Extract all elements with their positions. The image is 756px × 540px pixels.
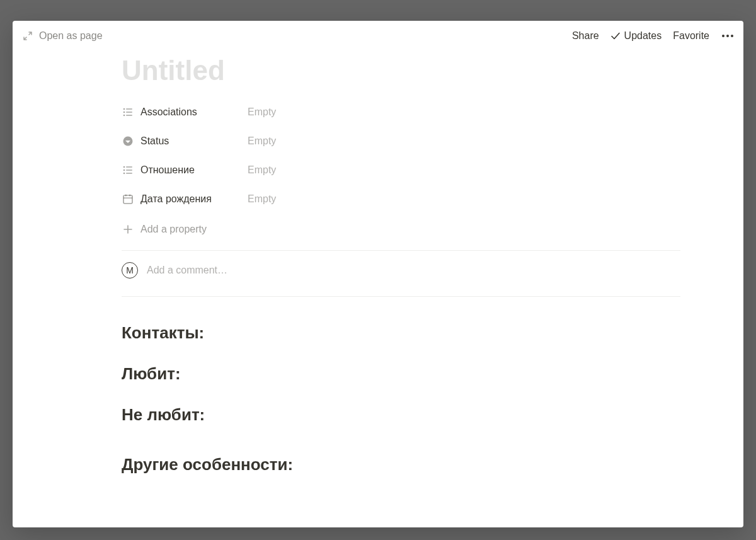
modal-body: Untitled Associations Empty Status — [13, 51, 743, 527]
checkmark-icon — [610, 31, 621, 41]
open-as-page-label: Open as page — [39, 30, 103, 42]
property-row-relation: Отношение Empty — [122, 156, 680, 185]
property-label[interactable]: Associations — [122, 106, 248, 118]
property-label[interactable]: Отношение — [122, 164, 248, 176]
dot-icon — [726, 35, 729, 37]
plus-icon — [122, 223, 134, 236]
svg-rect-5 — [126, 115, 132, 116]
property-row-associations: Associations Empty — [122, 98, 680, 127]
comment-input[interactable]: Add a comment… — [147, 265, 227, 276]
status-icon — [122, 135, 134, 147]
svg-rect-14 — [123, 198, 132, 198]
modal-header: Open as page Share Updates Favorite — [13, 21, 743, 51]
svg-point-4 — [123, 115, 125, 117]
property-value[interactable]: Empty — [248, 164, 276, 176]
open-as-page-button[interactable]: Open as page — [21, 30, 103, 42]
heading-likes[interactable]: Любит: — [122, 364, 680, 384]
list-icon — [122, 106, 134, 118]
avatar: M — [122, 262, 138, 279]
add-property-button[interactable]: Add a property — [122, 215, 680, 244]
svg-rect-1 — [126, 108, 132, 110]
page-modal: Open as page Share Updates Favorite — [13, 21, 743, 527]
calendar-icon — [122, 193, 134, 205]
dot-icon — [731, 35, 733, 37]
svg-rect-13 — [123, 195, 132, 204]
svg-point-2 — [123, 112, 125, 113]
svg-rect-12 — [126, 173, 132, 174]
svg-point-9 — [123, 169, 125, 171]
updates-button[interactable]: Updates — [610, 30, 662, 42]
properties-list: Associations Empty Status Empty — [122, 98, 680, 244]
property-label[interactable]: Дата рождения — [122, 193, 248, 205]
comment-row: M Add a comment… — [122, 251, 680, 290]
property-value[interactable]: Empty — [248, 135, 276, 147]
property-row-status: Status Empty — [122, 127, 680, 156]
page-content[interactable]: Контакты: Любит: Не любит: Другие особен… — [122, 297, 680, 474]
header-actions: Share Updates Favorite — [572, 30, 735, 42]
svg-rect-15 — [125, 195, 127, 197]
list-icon — [122, 164, 134, 176]
dot-icon — [722, 35, 724, 37]
property-row-birthdate: Дата рождения Empty — [122, 185, 680, 214]
share-button[interactable]: Share — [572, 30, 599, 42]
svg-rect-16 — [129, 195, 130, 197]
heading-other[interactable]: Другие особенности: — [122, 455, 680, 474]
svg-point-7 — [123, 166, 125, 168]
svg-rect-3 — [126, 112, 132, 113]
heading-contacts[interactable]: Контакты: — [122, 323, 680, 343]
svg-rect-10 — [126, 169, 132, 171]
expand-icon — [21, 30, 34, 42]
page-title[interactable]: Untitled — [122, 55, 680, 86]
property-value[interactable]: Empty — [248, 193, 276, 205]
more-options-button[interactable] — [721, 35, 735, 37]
svg-point-0 — [123, 108, 125, 110]
heading-dislikes[interactable]: Не любит: — [122, 405, 680, 425]
favorite-button[interactable]: Favorite — [673, 30, 709, 42]
property-label[interactable]: Status — [122, 135, 248, 147]
svg-point-11 — [123, 173, 125, 175]
property-value[interactable]: Empty — [248, 106, 276, 118]
svg-rect-8 — [126, 166, 132, 168]
